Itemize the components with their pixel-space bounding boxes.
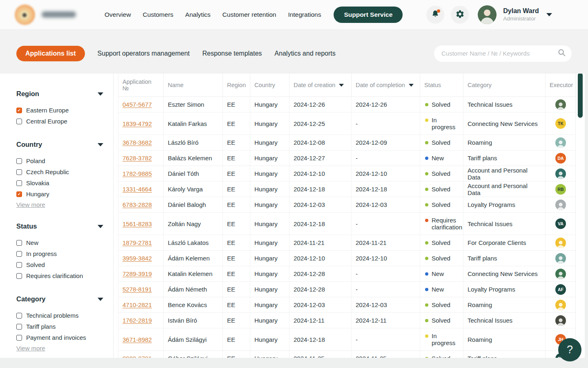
settings-button[interactable] [451, 6, 469, 24]
filter-option-new[interactable]: New [16, 237, 103, 248]
search-icon[interactable] [557, 48, 566, 58]
checkbox-unchecked[interactable] [16, 313, 22, 319]
application-link[interactable]: 1762-2819 [122, 317, 152, 324]
application-link[interactable]: 3671-8982 [122, 336, 152, 343]
cell-name: István Bíró [164, 313, 223, 328]
cell-status: Solved [420, 166, 463, 182]
user-menu[interactable]: Dylan Ward Administrator [478, 5, 552, 24]
cell-region: EE [223, 166, 250, 182]
collapse-chevron-icon[interactable] [98, 298, 103, 301]
view-more-link[interactable]: View more [16, 201, 45, 208]
column-header-category: Category [463, 74, 546, 97]
filter-option-czech-republic[interactable]: Czech Republic [16, 166, 103, 177]
cell-region: EE [223, 135, 250, 150]
executor-avatar [555, 200, 566, 210]
cell-date-of-completion: - [352, 282, 420, 297]
cell-region: EE [223, 297, 250, 313]
search-box [434, 45, 572, 62]
nav-integrations[interactable]: Integrations [288, 11, 321, 18]
checkbox-checked[interactable]: ✓ [16, 108, 22, 113]
application-link[interactable]: 3678-3682 [122, 139, 152, 146]
status-dot [425, 288, 428, 291]
brand-logo[interactable] [15, 4, 76, 25]
cell-date-of-creation: 2024-12-08 [290, 135, 352, 150]
filter-option-hungary[interactable]: ✓Hungary [16, 188, 103, 200]
cell-status: Solved [420, 251, 463, 266]
collapse-chevron-icon[interactable] [98, 225, 103, 228]
application-link[interactable]: 1839-4792 [122, 120, 152, 127]
filter-option-central-europe[interactable]: Central Europe [16, 116, 103, 127]
application-link[interactable]: 7289-3919 [122, 270, 152, 277]
table-row: 6783-2828Dániel BaloghEEHungary2024-12-0… [118, 197, 575, 213]
column-header-date-of-creation[interactable]: Date of creation [290, 74, 352, 97]
filter-option-solved[interactable]: Solved [16, 259, 103, 270]
search-input[interactable] [441, 50, 557, 57]
collapse-chevron-icon[interactable] [98, 92, 103, 96]
user-info: Dylan Ward Administrator [503, 7, 539, 22]
filter-group-header[interactable]: Region [16, 90, 103, 98]
checkbox-unchecked[interactable] [16, 251, 22, 257]
application-link[interactable]: 1331-4664 [122, 186, 152, 193]
filter-option-requires-clarification[interactable]: Requires clarification [16, 270, 103, 281]
filter-option-payment-and-invoices[interactable]: Payment and invoices [16, 332, 103, 343]
filter-option-technical-problems[interactable]: Technical problems [16, 310, 103, 321]
application-link[interactable]: 6783-2828 [122, 201, 152, 208]
table-scrollbar-thumb[interactable] [578, 74, 583, 118]
collapse-chevron-icon[interactable] [98, 143, 103, 146]
notifications-button[interactable] [426, 6, 444, 24]
filter-option-poland[interactable]: Poland [16, 155, 103, 166]
brand-logo-icon [15, 4, 35, 25]
application-link[interactable]: 1879-2781 [122, 239, 152, 246]
checkbox-unchecked[interactable] [16, 262, 22, 268]
cell-application-no: 3671-8982 [118, 328, 164, 351]
checkbox-unchecked[interactable] [16, 335, 22, 341]
cell-name: Katalin Kelemen [164, 266, 223, 282]
status-label: Solved [432, 101, 450, 108]
sort-icon[interactable] [409, 84, 414, 87]
application-link[interactable]: 3959-3842 [122, 255, 152, 262]
checkbox-checked[interactable]: ✓ [16, 191, 22, 197]
filter-option-eastern-europe[interactable]: ✓Eastern Europe [16, 105, 103, 116]
tab-support-operators-management[interactable]: Support operators management [98, 50, 190, 57]
sort-icon[interactable] [339, 84, 344, 87]
filter-option-label: Central Europe [26, 118, 67, 125]
checkbox-unchecked[interactable] [16, 119, 22, 124]
tab-response-templates[interactable]: Response templates [203, 50, 262, 57]
application-link[interactable]: 7628-3782 [122, 155, 152, 162]
checkbox-unchecked[interactable] [16, 169, 22, 175]
status-dot [425, 157, 428, 160]
checkbox-unchecked[interactable] [16, 324, 22, 330]
help-button[interactable]: ? [558, 338, 581, 361]
application-link[interactable]: 5278-8191 [122, 286, 152, 293]
status-label: New [432, 286, 444, 293]
filter-option-slovakia[interactable]: Slovakia [16, 177, 103, 188]
cell-status: New [420, 266, 463, 282]
applications-table: Application №NameRegionCountryDate of cr… [118, 74, 576, 358]
application-link[interactable]: 1782-9885 [122, 170, 152, 177]
filter-option-tariff-plans[interactable]: Tariff plans [16, 321, 103, 332]
support-service-button[interactable]: Support Service [334, 7, 403, 23]
filter-group-header[interactable]: Category [16, 295, 103, 303]
nav-customer-retention[interactable]: Customer retention [223, 11, 276, 18]
nav-analytics[interactable]: Analytics [185, 11, 211, 18]
column-header-date-of-completion[interactable]: Date of completion [352, 74, 420, 97]
application-link[interactable]: 0457-5677 [122, 101, 152, 108]
checkbox-unchecked[interactable] [16, 158, 22, 164]
checkbox-unchecked[interactable] [16, 240, 22, 246]
view-more-link[interactable]: View more [16, 345, 45, 352]
application-link[interactable]: 8908-2781 [122, 355, 152, 358]
cell-date-of-creation: 2024-11-25 [290, 351, 352, 358]
application-link[interactable]: 4710-2821 [122, 301, 152, 308]
checkbox-unchecked[interactable] [16, 180, 22, 186]
filter-group-title: Status [16, 222, 37, 230]
tab-analytics-and-reports[interactable]: Analytics and reports [274, 50, 335, 57]
nav-customers[interactable]: Customers [143, 11, 174, 18]
filter-group-header[interactable]: Status [16, 222, 103, 230]
application-link[interactable]: 1561-8283 [122, 220, 152, 227]
tab-applications-list[interactable]: Applications list [16, 46, 85, 61]
filter-group-header[interactable]: Country [16, 141, 103, 148]
filter-option-in-progress[interactable]: In progress [16, 248, 103, 259]
nav-overview[interactable]: Overview [105, 11, 131, 18]
checkbox-unchecked[interactable] [16, 273, 22, 279]
cell-region: EE [223, 266, 250, 282]
